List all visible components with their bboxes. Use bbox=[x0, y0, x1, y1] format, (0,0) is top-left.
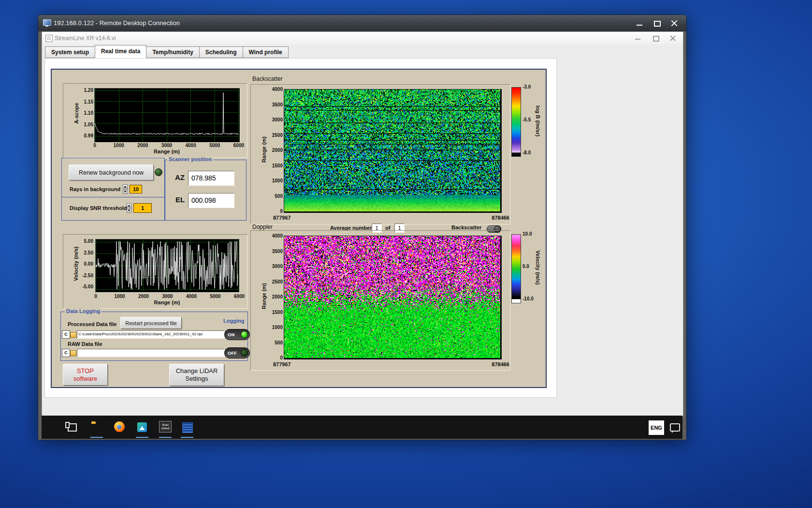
scan-scheduler-active-indicator bbox=[159, 437, 172, 438]
rays-spinner[interactable] bbox=[123, 184, 128, 194]
velocity-x-axis-label: Range (m) bbox=[96, 299, 238, 305]
stop-button-line2: software bbox=[73, 375, 97, 383]
doppler-x-end: 878466 bbox=[492, 361, 509, 367]
scan-scheduler-icon[interactable]: Scan sched bbox=[159, 421, 172, 433]
backscatter-x-end: 878466 bbox=[492, 215, 509, 221]
data-logging-title: Data Logging bbox=[65, 308, 102, 314]
tick-label: 2000 bbox=[272, 294, 283, 300]
rdp-minimize-button[interactable] bbox=[632, 17, 647, 29]
el-value-field[interactable]: 000.098 bbox=[188, 193, 234, 208]
raw-path-field[interactable] bbox=[77, 349, 225, 357]
scan-scheduler-label1: Scan bbox=[160, 423, 171, 427]
vi-icon bbox=[45, 35, 53, 42]
backscatter-colorbar-label: log B (/m/sr) bbox=[535, 93, 541, 149]
app-restore-button[interactable] bbox=[649, 34, 662, 42]
tick-label: 1000 bbox=[272, 178, 283, 184]
snr-spinner[interactable] bbox=[127, 203, 131, 213]
change-settings-line1: Change LiDAR bbox=[176, 367, 218, 375]
tab-bar: System setup Real time data Temp/humidit… bbox=[45, 46, 289, 58]
tab-temp-humidity[interactable]: Temp/humidity bbox=[146, 46, 199, 58]
remote-desktop: StreamLine XR v14-6.vi System setup Real… bbox=[38, 31, 685, 440]
tick-label: 3000 bbox=[272, 264, 283, 269]
tick-label: 0 bbox=[89, 294, 102, 299]
doppler-canvas bbox=[284, 236, 500, 358]
tick-label: 3000 bbox=[160, 143, 173, 149]
tick-label: -5.5 bbox=[522, 117, 531, 123]
taskbar: Scan sched ENG bbox=[42, 416, 682, 439]
az-value-field[interactable]: 078.985 bbox=[188, 171, 234, 186]
raw-browse-icon[interactable] bbox=[70, 350, 76, 356]
scan-scheduler-label2: sched bbox=[160, 427, 171, 430]
tick-label: -10.0 bbox=[522, 296, 534, 302]
app-title: StreamLine XR v14-6.vi bbox=[55, 35, 116, 42]
doppler-plot-area bbox=[284, 236, 502, 359]
tick-label: 6000 bbox=[232, 143, 245, 149]
tab-wind-profile[interactable]: Wind profile bbox=[243, 46, 289, 58]
tick-label: 6000 bbox=[233, 294, 246, 299]
file-explorer-active-indicator bbox=[90, 437, 103, 438]
tick-label: 2000 bbox=[137, 294, 150, 299]
rdp-window: 192.168.0.122 - Remote Desktop Connectio… bbox=[38, 15, 687, 440]
processed-path-field[interactable]: C:\Lidar\Data\Proc\2023\202309\20230911\… bbox=[77, 330, 225, 339]
tick-label: 5000 bbox=[209, 294, 222, 299]
scanner-position-group: Scanner position AZ 078.985 EL 000.098 bbox=[165, 160, 246, 221]
snr-value-input[interactable]: 1 bbox=[133, 203, 152, 213]
app-minimize-button[interactable] bbox=[632, 34, 644, 42]
background-controls-group: Renew background now Rays in background … bbox=[61, 158, 165, 221]
tick-label: 2000 bbox=[136, 143, 149, 149]
language-indicator[interactable]: ENG bbox=[649, 420, 664, 435]
rdp-maximize-button[interactable] bbox=[650, 17, 664, 29]
tick-label: 1000 bbox=[272, 325, 283, 330]
tab-real-time-data[interactable]: Real time data bbox=[95, 45, 146, 58]
ascope-plot-canvas bbox=[95, 89, 239, 141]
velocity-y-ticks: 5.002.500.00-2.50-5.00 bbox=[75, 239, 93, 290]
restart-processed-file-button[interactable]: Restart processed file bbox=[120, 317, 182, 329]
tick-label: 4000 bbox=[185, 143, 197, 149]
tick-label: 4000 bbox=[272, 87, 283, 92]
group-divider bbox=[62, 197, 164, 197]
logging-label: Logging bbox=[222, 318, 246, 324]
backscatter-y-ticks: 40003500300025002000150010005000 bbox=[266, 87, 283, 214]
rdp-close-button[interactable] bbox=[667, 17, 682, 29]
rdp-computer-icon-stand bbox=[45, 25, 48, 27]
backscatter-x-start: 877967 bbox=[273, 215, 291, 221]
ascope-graph: A-scope 1.201.151.101.050.99 01000200030… bbox=[63, 83, 247, 158]
app-close-button[interactable] bbox=[667, 34, 679, 42]
tab-system-setup[interactable]: System setup bbox=[45, 46, 95, 58]
renew-background-button[interactable]: Renew background now bbox=[69, 164, 154, 180]
velocity-graph: Velocity (m/s) 5.002.500.00-2.50-5.00 01… bbox=[63, 234, 247, 309]
tick-label: 3000 bbox=[272, 117, 283, 123]
tick-label: 0 bbox=[280, 209, 283, 214]
tick-label: 1.20 bbox=[84, 88, 93, 93]
tick-label: 5000 bbox=[208, 143, 221, 149]
tick-label: 1.15 bbox=[84, 99, 93, 105]
processed-browse-icon[interactable] bbox=[70, 332, 76, 338]
tick-label: 3500 bbox=[272, 102, 283, 108]
doppler-y-ticks: 40003500300025002000150010005000 bbox=[266, 233, 283, 361]
stop-button-line1: STOP bbox=[77, 367, 94, 375]
scanner-position-title: Scanner position bbox=[167, 156, 213, 162]
change-lidar-settings-button[interactable]: Change LiDAR Settings bbox=[169, 364, 224, 386]
stop-software-button[interactable]: STOP software bbox=[63, 364, 108, 386]
rays-value-input[interactable]: 10 bbox=[130, 185, 142, 194]
rdp-title: 192.168.0.122 - Remote Desktop Connectio… bbox=[54, 19, 180, 27]
main-panel: A-scope 1.201.151.101.050.99 01000200030… bbox=[51, 69, 547, 388]
tab-scheduling[interactable]: Scheduling bbox=[199, 46, 243, 58]
tick-label: 2500 bbox=[272, 133, 283, 138]
processed-logging-toggle[interactable]: ON bbox=[224, 329, 250, 340]
change-settings-line2: Settings bbox=[186, 375, 208, 383]
processed-drive-selector[interactable]: C bbox=[62, 330, 70, 339]
raw-data-file-label: RAW Data file bbox=[68, 341, 102, 347]
tick-label: 3000 bbox=[161, 294, 174, 299]
ascope-plot-area bbox=[94, 88, 240, 143]
raw-logging-toggle[interactable]: OFF bbox=[224, 347, 250, 359]
tick-label: 2.50 bbox=[84, 250, 93, 256]
app-window-controls bbox=[632, 34, 679, 42]
tick-label: 500 bbox=[275, 340, 283, 346]
renew-led-indicator bbox=[155, 168, 162, 176]
backscatter-canvas bbox=[284, 90, 500, 211]
doppler-x-start: 877967 bbox=[273, 361, 291, 367]
raw-drive-selector[interactable]: C bbox=[62, 349, 70, 357]
feedback-bubble-icon[interactable] bbox=[670, 423, 680, 432]
tick-label: 4000 bbox=[272, 233, 283, 239]
